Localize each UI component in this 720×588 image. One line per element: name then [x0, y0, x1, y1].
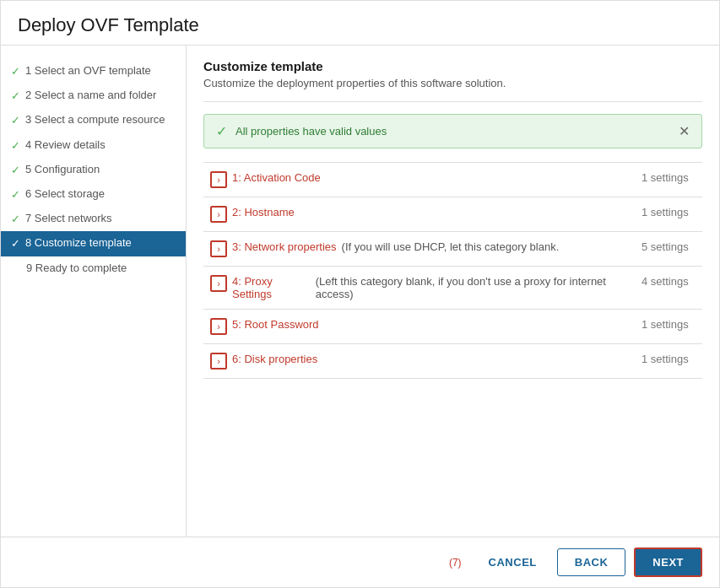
sidebar-item-label: 6 Select storage [25, 186, 105, 202]
next-button[interactable]: NEXT [634, 548, 702, 577]
row-label: 2: Hostname [232, 206, 295, 218]
expand-row-button-4[interactable]: › [210, 275, 227, 292]
section-subtitle: Customize the deployment properties of t… [203, 77, 702, 89]
sidebar-item-label: 8 Customize template [25, 235, 132, 251]
row-label-cell: ›1: Activation Code [203, 163, 635, 197]
footer-note: (7) [449, 557, 462, 569]
page-title: Deploy OVF Template [1, 1, 719, 46]
sidebar-item-label: 5 Configuration [25, 162, 100, 177]
settings-count: 1 settings [635, 310, 702, 344]
table-row: ›1: Activation Code1 settings [203, 163, 702, 197]
row-label: 3: Network properties [232, 240, 337, 253]
row-label-cell: ›5: Root Password [203, 310, 635, 344]
row-desc: (If you will use DHCP, let this category… [342, 240, 560, 253]
expand-row-button-5[interactable]: › [210, 318, 227, 335]
footer: (7) CANCEL BACK NEXT [1, 537, 719, 587]
expand-row-button-6[interactable]: › [210, 353, 227, 370]
expand-row-button-1[interactable]: › [210, 171, 227, 188]
check-circle-icon: ✓ [216, 123, 227, 139]
settings-count: 5 settings [635, 232, 702, 267]
sidebar-item-8[interactable]: ✓8 Customize template [1, 231, 186, 256]
settings-table: ›1: Activation Code1 settings›2: Hostnam… [203, 162, 702, 379]
sidebar-item-label: 4 Review details [25, 138, 106, 153]
check-icon: ✓ [11, 187, 20, 202]
row-desc: (Left this category blank, if you don't … [316, 275, 628, 300]
sidebar-item-3[interactable]: ✓3 Select a compute resource [1, 108, 186, 132]
main-content: Customize template Customize the deploym… [187, 46, 719, 537]
sidebar-item-1[interactable]: ✓1 Select an OVF template [1, 59, 186, 84]
sidebar: ✓1 Select an OVF template✓2 Select a nam… [1, 46, 187, 537]
row-label: 6: Disk properties [232, 353, 317, 365]
check-icon: ✓ [11, 113, 20, 128]
check-icon: ✓ [11, 64, 20, 79]
sidebar-item-label: 3 Select a compute resource [25, 112, 165, 127]
table-row: ›4: Proxy Settings(Left this category bl… [203, 267, 702, 310]
table-row: ›6: Disk properties1 settings [203, 344, 702, 379]
settings-count: 4 settings [635, 267, 702, 310]
divider [203, 101, 702, 102]
cancel-button[interactable]: CANCEL [477, 549, 549, 575]
row-label: 1: Activation Code [232, 171, 321, 184]
table-row: ›3: Network properties(If you will use D… [203, 232, 702, 267]
settings-count: 1 settings [635, 197, 702, 232]
check-icon: ✓ [11, 89, 20, 104]
back-button[interactable]: BACK [557, 548, 626, 576]
expand-row-button-2[interactable]: › [210, 206, 227, 223]
expand-row-button-3[interactable]: › [210, 240, 227, 257]
sidebar-item-7[interactable]: ✓7 Select networks [1, 207, 186, 231]
settings-count: 1 settings [635, 163, 702, 197]
sidebar-item-5[interactable]: ✓5 Configuration [1, 158, 186, 182]
settings-count: 1 settings [635, 344, 702, 379]
sidebar-item-label: 9 Ready to complete [26, 261, 127, 276]
alert-success: ✓ All properties have valid values ✕ [203, 114, 702, 148]
close-alert-button[interactable]: ✕ [679, 123, 690, 139]
check-icon: ✓ [11, 163, 20, 178]
row-label-cell: ›6: Disk properties [203, 344, 635, 379]
row-label: 5: Root Password [232, 318, 319, 331]
table-row: ›5: Root Password1 settings [203, 310, 702, 344]
sidebar-item-label: 2 Select a name and folder [25, 88, 156, 103]
table-row: ›2: Hostname1 settings [203, 197, 702, 232]
section-title: Customize template [203, 59, 702, 73]
sidebar-item-label: 7 Select networks [25, 211, 112, 226]
sidebar-item-9[interactable]: 9 Ready to complete [1, 256, 186, 280]
check-icon: ✓ [11, 236, 20, 251]
row-label-cell: ›2: Hostname [203, 197, 635, 232]
row-label-cell: ›4: Proxy Settings(Left this category bl… [203, 267, 635, 310]
sidebar-item-6[interactable]: ✓6 Select storage [1, 182, 186, 207]
row-label-cell: ›3: Network properties(If you will use D… [203, 232, 635, 267]
sidebar-item-4[interactable]: ✓4 Review details [1, 133, 186, 158]
check-icon: ✓ [11, 212, 20, 227]
check-icon: ✓ [11, 138, 20, 154]
sidebar-item-label: 1 Select an OVF template [25, 63, 151, 78]
sidebar-item-2[interactable]: ✓2 Select a name and folder [1, 84, 186, 108]
row-label: 4: Proxy Settings [232, 275, 311, 300]
alert-message: All properties have valid values [235, 125, 387, 138]
